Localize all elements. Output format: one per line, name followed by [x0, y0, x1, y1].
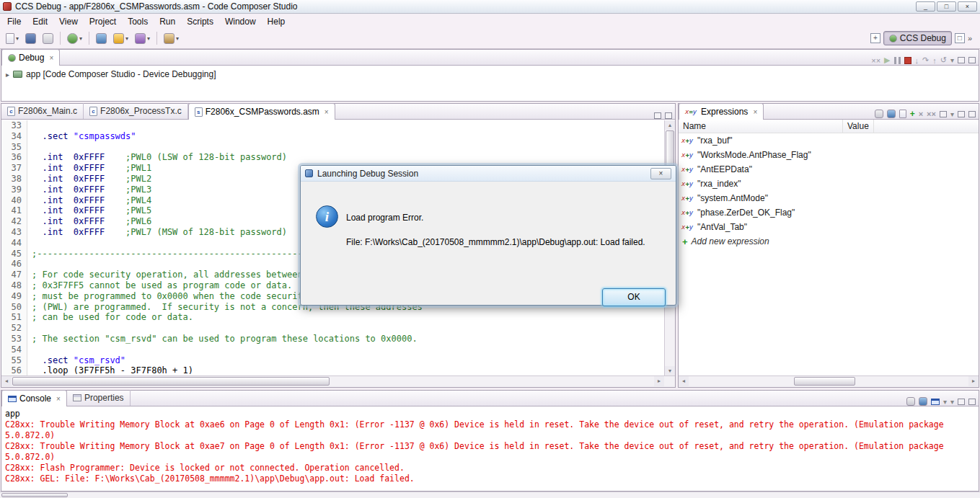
connect-target-button[interactable]: ▾ [133, 32, 152, 45]
tab-debug[interactable]: Debug × [1, 49, 60, 66]
debug-tree-item[interactable]: ▸ app [Code Composer Studio - Device Deb… [1, 66, 979, 79]
view-menu-icon[interactable]: ▾ [950, 56, 954, 64]
dropdown-icon[interactable]: ▾ [147, 35, 150, 42]
tab-properties[interactable]: Properties [67, 390, 131, 406]
edit-perspective-icon[interactable]: □ [955, 33, 965, 43]
remove-all-expressions-icon[interactable]: ×× [927, 110, 936, 118]
expression-row[interactable]: x+y"WorksMode.AntPhase_Flag" [679, 148, 979, 162]
resume-icon[interactable]: ▶ [884, 55, 890, 65]
add-new-expression-label: Add new expression [692, 236, 769, 246]
minimize-view-icon[interactable] [958, 57, 965, 63]
show-logical-structure-icon[interactable] [887, 110, 896, 118]
new-file-button[interactable]: ▾ [4, 32, 21, 45]
view-menu-icon[interactable]: ▾ [950, 398, 954, 406]
new-target-configuration-button[interactable] [94, 32, 109, 45]
dialog-close-icon[interactable]: × [650, 168, 671, 179]
dialog-title-bar[interactable]: Launching Debug Session × [301, 166, 676, 182]
scroll-right-icon[interactable]: ▸ [968, 376, 979, 386]
editor-tab[interactable]: cF2806x_ProcessTx.c [84, 103, 188, 119]
menu-edit[interactable]: Edit [27, 15, 53, 28]
step-into-icon[interactable]: ↓ [915, 56, 919, 65]
maximize-view-icon[interactable] [968, 399, 976, 405]
editor-tab[interactable]: sF2806x_CSMPasswords.asm× [188, 103, 335, 120]
ok-button[interactable]: OK [602, 288, 666, 306]
maximize-view-icon[interactable] [968, 111, 976, 117]
remove-expression-icon[interactable]: × [919, 110, 923, 118]
show-type-names-icon[interactable] [875, 110, 883, 118]
close-icon[interactable]: × [325, 108, 329, 116]
minimize-view-icon[interactable] [654, 112, 661, 119]
pin-console-icon[interactable] [906, 397, 915, 406]
line-number: 35 [1, 142, 27, 153]
expand-icon[interactable]: ▸ [6, 71, 9, 79]
restart-icon[interactable]: ↺ [940, 55, 947, 65]
add-expression-icon[interactable]: + [910, 109, 915, 119]
editor-tab[interactable]: cF2806x_Main.c [1, 103, 84, 119]
minimize-window-icon[interactable]: _ [916, 1, 935, 12]
save-all-button[interactable] [40, 32, 56, 45]
menu-scripts[interactable]: Scripts [181, 15, 219, 28]
add-new-expression-row[interactable]: + Add new expression [679, 234, 979, 249]
maximize-view-icon[interactable] [968, 57, 976, 63]
save-button[interactable] [23, 32, 38, 45]
dropdown-icon[interactable]: ▾ [125, 35, 128, 42]
console-output[interactable]: appC28xx: Trouble Writing Memory Block a… [1, 407, 979, 491]
menu-view[interactable]: View [53, 15, 84, 28]
expression-row[interactable]: x+y"AntVal_Tab" [679, 220, 979, 234]
tab-expressions[interactable]: x=y Expressions × [679, 103, 764, 120]
scrollbar-thumb[interactable] [12, 377, 330, 386]
column-header-value[interactable]: Value [843, 120, 874, 133]
maximize-window-icon[interactable]: □ [937, 1, 956, 12]
close-window-icon[interactable]: × [958, 1, 977, 12]
display-selected-console-icon[interactable] [919, 397, 927, 406]
expression-row[interactable]: x+y"rxa_buf" [679, 133, 979, 148]
maximize-view-icon[interactable] [665, 112, 672, 119]
open-console-dropdown-icon[interactable]: ▾ [943, 398, 947, 406]
menu-project[interactable]: Project [84, 15, 122, 28]
open-perspective-icon[interactable]: + [870, 33, 880, 43]
menu-file[interactable]: File [1, 15, 27, 28]
scripts-button[interactable]: ▾ [162, 32, 181, 45]
menu-tools[interactable]: Tools [122, 15, 154, 28]
perspective-chevron-icon[interactable]: » [968, 34, 972, 43]
expression-row[interactable]: x+y"AntEEPData" [679, 162, 979, 177]
scroll-left-icon[interactable]: ◂ [1, 376, 12, 386]
dropdown-icon[interactable]: ▾ [176, 35, 179, 42]
suspend-icon[interactable] [894, 57, 901, 64]
remove-all-terminated-icon[interactable]: ×× [871, 56, 880, 65]
terminate-icon[interactable] [904, 57, 911, 64]
minimize-view-icon[interactable] [958, 111, 965, 117]
expression-row[interactable]: x+y"system.AntMode" [679, 191, 979, 205]
menu-run[interactable]: Run [154, 15, 181, 28]
scrollbar-thumb[interactable] [794, 377, 855, 386]
menu-help[interactable]: Help [262, 15, 291, 28]
debug-button[interactable]: ▾ [65, 32, 84, 45]
menu-window[interactable]: Window [219, 15, 262, 28]
expressions-horizontal-scrollbar[interactable]: ◂ ▸ [679, 375, 979, 387]
close-icon[interactable]: × [49, 54, 53, 62]
dropdown-icon[interactable]: ▾ [16, 35, 19, 42]
scroll-left-icon[interactable]: ◂ [679, 376, 689, 386]
collapse-all-icon[interactable] [899, 110, 906, 118]
editor-horizontal-scrollbar[interactable]: ◂ ▸ [1, 375, 675, 387]
new-view-icon[interactable] [940, 111, 947, 117]
tab-console[interactable]: Console × [1, 390, 67, 406]
expression-row[interactable]: x+y"rxa_index" [679, 177, 979, 191]
flash-button[interactable]: ▾ [111, 32, 131, 45]
console-horizontal-scrollbar[interactable] [0, 492, 980, 498]
open-console-icon[interactable] [931, 399, 940, 405]
scroll-down-icon[interactable]: ▾ [665, 366, 675, 375]
close-icon[interactable]: × [56, 395, 61, 403]
column-header-name[interactable]: Name [679, 120, 843, 133]
view-menu-icon[interactable]: ▾ [950, 110, 954, 118]
step-over-icon[interactable]: ↷ [922, 55, 929, 65]
dropdown-icon[interactable]: ▾ [79, 35, 82, 42]
scrollbar-thumb[interactable] [1, 493, 68, 497]
minimize-view-icon[interactable] [958, 399, 965, 405]
scroll-up-icon[interactable]: ▴ [665, 120, 675, 130]
ccs-debug-perspective-button[interactable]: CCS Debug [883, 31, 952, 45]
expression-row[interactable]: x+y"phase.ZerDet_OK_Flag" [679, 205, 979, 220]
close-icon[interactable]: × [753, 108, 757, 116]
scroll-right-icon[interactable]: ▸ [654, 376, 664, 386]
step-return-icon[interactable]: ↑ [932, 56, 937, 65]
